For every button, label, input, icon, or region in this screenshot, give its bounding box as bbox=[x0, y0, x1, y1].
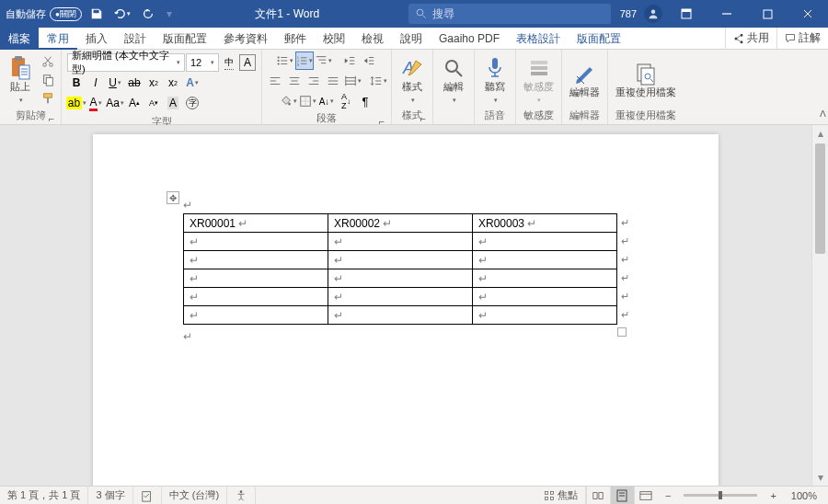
highlight-button[interactable]: ab▾ bbox=[67, 94, 86, 112]
strikethrough-button[interactable]: ab bbox=[125, 74, 144, 92]
align-left-button[interactable] bbox=[266, 72, 284, 90]
zoom-out-button[interactable]: − bbox=[658, 487, 678, 505]
tab-layout[interactable]: 版面配置 bbox=[155, 28, 215, 50]
table-move-handle-icon[interactable]: ✥ bbox=[167, 191, 179, 204]
scroll-up-icon[interactable]: ▴ bbox=[812, 125, 828, 142]
increase-indent-button[interactable] bbox=[360, 52, 378, 70]
sensitivity-button[interactable]: 敏感度▾ bbox=[520, 52, 558, 108]
character-shading-button[interactable]: A bbox=[164, 94, 182, 112]
scroll-down-icon[interactable]: ▾ bbox=[812, 469, 828, 486]
bold-button[interactable]: B bbox=[67, 74, 86, 92]
styles-dialog-launcher[interactable]: ⌐ bbox=[418, 111, 429, 122]
multilevel-list-button[interactable]: ▾ bbox=[315, 52, 333, 70]
search-input[interactable]: 搜尋 bbox=[408, 4, 611, 24]
focus-mode-button[interactable]: 焦點 bbox=[536, 487, 586, 505]
save-icon[interactable] bbox=[86, 0, 108, 28]
styles-button[interactable]: A 樣式▾ bbox=[396, 52, 429, 108]
align-center-button[interactable] bbox=[285, 72, 304, 90]
tab-insert[interactable]: 插入 bbox=[77, 28, 116, 50]
collapse-ribbon-icon[interactable]: ᐱ bbox=[820, 109, 826, 119]
user-avatar[interactable] bbox=[644, 5, 662, 23]
table-cell[interactable]: XR00003 ↵↵ bbox=[473, 214, 617, 233]
tab-view[interactable]: 檢視 bbox=[353, 28, 392, 50]
table-cell[interactable]: ↵↵ bbox=[473, 251, 617, 269]
page[interactable]: ✥ ↵ XR00001 ↵XR00002 ↵XR00003 ↵↵ ↵ ↵ ↵↵ … bbox=[93, 134, 719, 486]
sort-button[interactable]: AZ↓ bbox=[337, 92, 355, 110]
minimize-icon[interactable] bbox=[707, 0, 747, 28]
table-cell[interactable]: ↵ bbox=[328, 288, 473, 306]
distributed-button[interactable]: ▾ bbox=[343, 72, 362, 90]
print-layout-icon[interactable] bbox=[610, 487, 634, 505]
autosave-toggle[interactable]: 自動儲存 ●關閉 bbox=[6, 7, 82, 21]
table-cell[interactable]: XR00002 ↵ bbox=[328, 214, 473, 233]
table-cell[interactable]: ↵↵ bbox=[473, 288, 617, 306]
cut-icon[interactable] bbox=[39, 52, 57, 70]
format-painter-icon[interactable] bbox=[39, 89, 57, 107]
font-color-button[interactable]: A▾ bbox=[86, 94, 105, 112]
tab-gaaiho[interactable]: Gaaiho PDF bbox=[431, 28, 508, 50]
document-scroll[interactable]: ✥ ↵ XR00001 ↵XR00002 ↵XR00003 ↵↵ ↵ ↵ ↵↵ … bbox=[0, 125, 811, 486]
underline-button[interactable]: U▾ bbox=[106, 74, 124, 92]
character-border-icon[interactable]: A bbox=[239, 54, 256, 71]
table-cell[interactable]: ↵ bbox=[184, 233, 328, 251]
grow-font-button[interactable]: A▴ bbox=[125, 94, 144, 112]
tab-file[interactable]: 檔案 bbox=[0, 28, 39, 50]
italic-button[interactable]: I bbox=[86, 74, 105, 92]
font-size-select[interactable]: 12▾ bbox=[186, 53, 219, 72]
word-count-status[interactable]: 3 個字 bbox=[88, 487, 132, 505]
scrollbar-thumb[interactable] bbox=[815, 143, 825, 254]
zoom-slider-handle[interactable] bbox=[719, 491, 722, 499]
tab-mailings[interactable]: 郵件 bbox=[276, 28, 315, 50]
borders-button[interactable]: ▾ bbox=[298, 92, 316, 110]
table-cell[interactable]: ↵↵ bbox=[473, 269, 617, 288]
show-hide-marks-button[interactable]: ¶ bbox=[356, 92, 374, 110]
dictate-button[interactable]: 聽寫▾ bbox=[478, 52, 512, 108]
justify-button[interactable] bbox=[324, 72, 342, 90]
close-icon[interactable] bbox=[788, 0, 828, 28]
table-cell[interactable]: ↵ bbox=[184, 269, 328, 288]
text-effects-button[interactable]: A▾ bbox=[183, 74, 201, 92]
zoom-slider[interactable] bbox=[684, 494, 757, 497]
paragraph-dialog-launcher[interactable]: ⌐ bbox=[376, 114, 387, 125]
table-cell[interactable]: ↵ bbox=[184, 288, 328, 306]
table-cell[interactable]: ↵ bbox=[184, 306, 328, 325]
clipboard-dialog-launcher[interactable]: ⌐ bbox=[46, 111, 57, 122]
comments-button[interactable]: 註解 bbox=[776, 28, 828, 50]
shrink-font-button[interactable]: A▾ bbox=[144, 94, 163, 112]
table-cell[interactable]: ↵ bbox=[328, 233, 473, 251]
subscript-button[interactable]: x2 bbox=[144, 74, 163, 92]
language-status[interactable]: 中文 (台灣) bbox=[162, 487, 227, 505]
font-name-select[interactable]: 新細明體 (本文中文字型)▾ bbox=[67, 53, 185, 72]
zoom-in-button[interactable]: + bbox=[763, 487, 783, 505]
zoom-level[interactable]: 100% bbox=[784, 487, 828, 505]
change-case-button[interactable]: Aa▾ bbox=[106, 94, 124, 112]
table-resize-handle[interactable] bbox=[617, 327, 627, 337]
table-cell[interactable]: ↵↵ bbox=[473, 306, 617, 325]
maximize-icon[interactable] bbox=[747, 0, 788, 28]
table-cell[interactable]: ↵↵ bbox=[473, 233, 617, 251]
redo-icon[interactable] bbox=[137, 0, 159, 28]
read-mode-icon[interactable] bbox=[586, 487, 610, 505]
spellcheck-status[interactable] bbox=[133, 487, 162, 505]
share-button[interactable]: 共用 bbox=[725, 28, 776, 50]
tab-table-design[interactable]: 表格設計 bbox=[508, 28, 569, 50]
superscript-button[interactable]: x2 bbox=[164, 74, 182, 92]
bullets-button[interactable]: ▾ bbox=[276, 52, 294, 70]
vertical-scrollbar[interactable]: ▴ ▾ bbox=[811, 125, 828, 486]
accessibility-status[interactable] bbox=[227, 487, 256, 505]
tab-references[interactable]: 參考資料 bbox=[215, 28, 276, 50]
table-cell[interactable]: ↵ bbox=[184, 251, 328, 269]
table-cell[interactable]: ↵ bbox=[328, 306, 473, 325]
tab-design[interactable]: 設計 bbox=[116, 28, 155, 50]
line-spacing-button[interactable]: ▾ bbox=[369, 72, 387, 90]
undo-icon[interactable]: ▾ bbox=[111, 0, 133, 28]
asian-layout-button[interactable]: A↓▾ bbox=[317, 92, 336, 110]
web-layout-icon[interactable] bbox=[634, 487, 658, 505]
table-cell[interactable]: ↵ bbox=[328, 251, 473, 269]
tab-help[interactable]: 說明 bbox=[392, 28, 431, 50]
shading-button[interactable]: ▾ bbox=[279, 92, 297, 110]
phonetic-guide-icon[interactable]: 中 bbox=[220, 53, 238, 72]
enclose-characters-button[interactable]: 字 bbox=[183, 94, 201, 112]
reuse-files-button[interactable]: 重複使用檔案 bbox=[612, 52, 680, 108]
decrease-indent-button[interactable] bbox=[340, 52, 359, 70]
